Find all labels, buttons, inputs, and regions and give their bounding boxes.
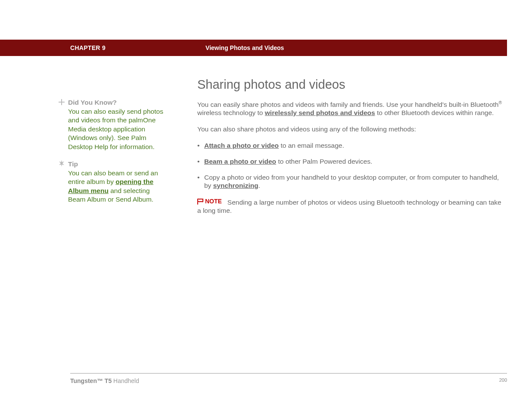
list-item: Attach a photo or video to an email mess… [197, 141, 507, 149]
b2-rest: to other Palm Powered devices. [276, 158, 372, 165]
p1-b: wireless technology to [197, 109, 265, 116]
note-body: Sending a large number of photos or vide… [197, 199, 501, 214]
methods-list: Attach a photo or video to an email mess… [197, 141, 507, 190]
sidebar: Did You Know? You can also easily send p… [55, 98, 168, 213]
list-item: Copy a photo or video from your handheld… [197, 173, 507, 190]
intro-paragraph: You can easily share photos and videos w… [197, 99, 507, 117]
registered-mark: ® [498, 100, 501, 105]
b1-rest: to an email message. [279, 142, 344, 149]
footer-rule [70, 373, 507, 374]
tip-block: Tip You can also beam or send an entire … [55, 160, 168, 204]
b3-b: . [258, 182, 260, 189]
product-brand: Tungsten™ T5 [70, 377, 112, 384]
attach-link[interactable]: Attach a photo or video [204, 142, 279, 149]
page-number: 200 [499, 377, 507, 384]
product-name: Tungsten™ T5 Handheld [70, 377, 139, 384]
did-you-know-body: You can also easily send photos and vide… [68, 108, 163, 150]
p1-a: You can easily share photos and videos w… [197, 101, 498, 108]
header-right-cap [507, 40, 532, 56]
chapter-label: CHAPTER 9 [70, 44, 106, 51]
synchronizing-link[interactable]: synchronizing [213, 182, 258, 189]
asterisk-icon [55, 160, 68, 204]
section-title: Viewing Photos and Videos [205, 44, 284, 51]
did-you-know-block: Did You Know? You can also easily send p… [55, 98, 168, 151]
product-suffix: Handheld [112, 377, 139, 384]
list-item: Beam a photo or video to other Palm Powe… [197, 157, 507, 165]
p1-c: to other Bluetooth devices within range. [375, 109, 494, 116]
footer-row: Tungsten™ T5 Handheld 200 [70, 377, 507, 384]
note-block: NOTE Sending a large number of photos or… [197, 197, 507, 215]
note-label: NOTE [197, 197, 222, 206]
main-content: Sharing photos and videos You can easily… [197, 78, 507, 223]
methods-intro: You can also share photos and videos usi… [197, 125, 507, 133]
page-heading: Sharing photos and videos [197, 78, 507, 92]
did-you-know-title: Did You Know? [68, 99, 117, 106]
page-footer: Tungsten™ T5 Handheld 200 [70, 373, 507, 384]
page-header: CHAPTER 9 Viewing Photos and Videos [70, 40, 507, 56]
flag-icon [197, 199, 204, 205]
tip-content: Tip You can also beam or send an entire … [68, 160, 168, 204]
tip-body: You can also beam or send an entire albu… [68, 169, 158, 203]
did-you-know-content: Did You Know? You can also easily send p… [68, 98, 168, 151]
note-label-text: NOTE [205, 197, 222, 206]
beam-link[interactable]: Beam a photo or video [204, 158, 276, 165]
plus-icon [55, 98, 68, 151]
tip-title: Tip [68, 160, 78, 168]
wireless-send-link[interactable]: wirelessly send photos and videos [265, 109, 375, 116]
